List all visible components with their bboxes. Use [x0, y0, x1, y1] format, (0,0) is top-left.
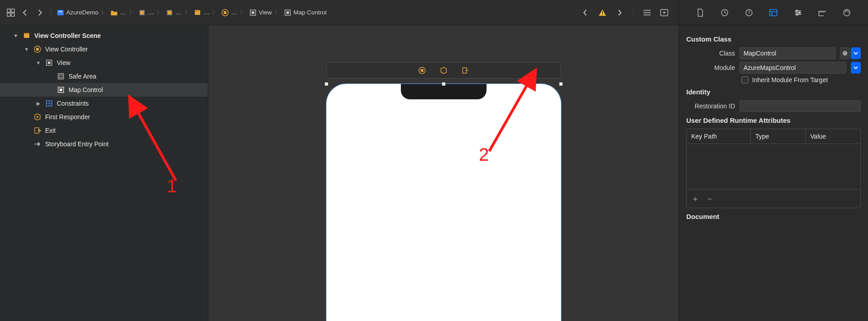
svg-rect-3 — [11, 13, 14, 16]
svg-rect-33 — [60, 75, 62, 78]
firstresponder-icon — [33, 113, 41, 121]
grid-icon[interactable] — [5, 6, 17, 19]
issue-nav-back[interactable] — [579, 6, 592, 19]
outline-exit-label: Exit — [45, 127, 55, 134]
svg-rect-26 — [24, 34, 29, 38]
add-attr-button[interactable]: ＋ — [691, 193, 699, 204]
chevron-right-icon: 〉 — [156, 9, 164, 17]
class-value: MapControl — [744, 50, 776, 57]
outline-exit[interactable]: Exit — [0, 124, 208, 137]
selection-handle[interactable] — [559, 82, 563, 86]
svg-rect-1 — [11, 9, 14, 12]
section-document: Document — [686, 213, 861, 220]
module-dropdown-button[interactable] — [851, 62, 861, 74]
svg-point-58 — [796, 14, 798, 15]
module-field[interactable]: AzureMapsControl — [739, 62, 846, 74]
disclosure-icon[interactable]: ▶ — [35, 101, 41, 107]
outline-entrypoint[interactable]: Storyboard Entry Point — [0, 137, 208, 151]
col-value[interactable]: Value — [806, 129, 860, 144]
svg-rect-29 — [36, 48, 39, 51]
identity-inspector-tab[interactable] — [767, 6, 780, 19]
remove-attr-button[interactable]: － — [706, 193, 714, 204]
outline-constraints-label: Constraints — [57, 100, 89, 107]
disclosure-icon[interactable]: ▼ — [35, 60, 41, 65]
scene-toolbar — [326, 62, 561, 79]
inherit-module-row[interactable]: Inherit Module From Target — [686, 76, 861, 84]
canvas[interactable] — [208, 0, 679, 321]
outline-firstresponder[interactable]: First Responder — [0, 110, 208, 124]
class-stepper — [840, 47, 861, 59]
size-inspector-tab[interactable] — [816, 6, 829, 19]
svg-rect-13 — [224, 11, 226, 14]
scene-icon — [23, 32, 31, 40]
svg-rect-18 — [602, 11, 603, 14]
col-type[interactable]: Type — [751, 129, 806, 144]
svg-rect-5 — [59, 11, 62, 12]
separator — [51, 7, 51, 18]
outline-viewcontroller[interactable]: ▼ View Controller — [0, 42, 208, 56]
chevron-right-icon: 〉 — [211, 9, 219, 17]
outline-view[interactable]: ▼ View — [0, 56, 208, 70]
scene-icon — [193, 9, 202, 17]
scene-firstresponder-icon[interactable] — [439, 66, 448, 75]
svg-rect-9 — [168, 11, 171, 14]
outline-constraints[interactable]: ▶ Constraints — [0, 97, 208, 110]
svg-rect-7 — [140, 11, 144, 14]
restoration-label: Restoration ID — [686, 102, 735, 110]
viewcontroller-icon — [33, 45, 41, 53]
class-field[interactable]: MapControl — [739, 47, 836, 59]
inspector-tabs: ? — [679, 0, 868, 25]
nav-forward-button[interactable] — [33, 6, 46, 19]
disclosure-icon[interactable]: ▼ — [13, 33, 19, 38]
outline-mapcontrol[interactable]: Map Control — [0, 83, 208, 97]
outline-firstresponder-label: First Responder — [45, 113, 90, 121]
svg-rect-50 — [770, 9, 777, 16]
device-notch — [401, 84, 487, 99]
device-preview[interactable] — [326, 84, 561, 321]
class-label: Class — [686, 50, 735, 57]
help-inspector-tab[interactable]: ? — [743, 6, 755, 19]
issue-nav-forward[interactable] — [613, 6, 626, 19]
arrow-right-icon — [33, 140, 41, 148]
attributes-inspector-tab[interactable] — [792, 6, 804, 19]
disclosure-icon[interactable]: ▼ — [23, 47, 30, 52]
editor-toolbar-right — [578, 6, 675, 19]
lines-icon[interactable] — [641, 6, 653, 19]
svg-rect-17 — [286, 11, 289, 14]
module-label: Module — [686, 64, 735, 71]
class-jump-button[interactable] — [840, 47, 850, 59]
col-keypath[interactable]: Key Path — [687, 129, 751, 144]
view-icon — [249, 9, 257, 17]
breadcrumb[interactable]: AzureDemo 〉 … 〉 … 〉 … 〉 … 〉 … 〉 View 〉 M… — [55, 9, 328, 17]
scene-exit-icon[interactable] — [461, 66, 470, 75]
outline-safearea[interactable]: Safe Area — [0, 70, 208, 83]
connections-inspector-tab[interactable] — [840, 6, 853, 19]
breadcrumb-mapcontrol: Map Control — [294, 9, 327, 16]
folder-icon — [110, 9, 118, 17]
nav-back-button[interactable] — [19, 6, 32, 19]
outline-view-label: View — [57, 59, 70, 66]
selection-handle[interactable] — [325, 82, 328, 86]
inherit-checkbox[interactable] — [741, 76, 749, 84]
class-dropdown-button[interactable] — [851, 47, 861, 59]
svg-text:?: ? — [748, 10, 751, 15]
inherit-label: Inherit Module From Target — [752, 76, 828, 84]
exit-icon — [33, 126, 41, 135]
history-inspector-tab[interactable] — [718, 6, 731, 19]
runtime-attrs-footer: ＋ － — [687, 189, 860, 208]
scene-viewcontroller-icon[interactable] — [418, 66, 427, 75]
svg-rect-44 — [421, 69, 423, 72]
section-identity: Identity — [686, 88, 861, 96]
view-icon — [57, 86, 65, 94]
svg-rect-0 — [7, 9, 10, 12]
selection-handle[interactable] — [442, 82, 445, 86]
breadcrumb-scene: … — [203, 9, 210, 16]
warning-icon[interactable] — [596, 6, 609, 19]
restoration-field[interactable] — [739, 100, 861, 112]
file-inspector-tab[interactable] — [694, 6, 707, 19]
add-pane-icon[interactable] — [658, 6, 671, 19]
svg-rect-10 — [195, 11, 200, 15]
outline-scene[interactable]: ▼ View Controller Scene — [0, 29, 208, 42]
runtime-attrs-body[interactable] — [687, 144, 860, 189]
outline-safearea-label: Safe Area — [69, 73, 96, 80]
